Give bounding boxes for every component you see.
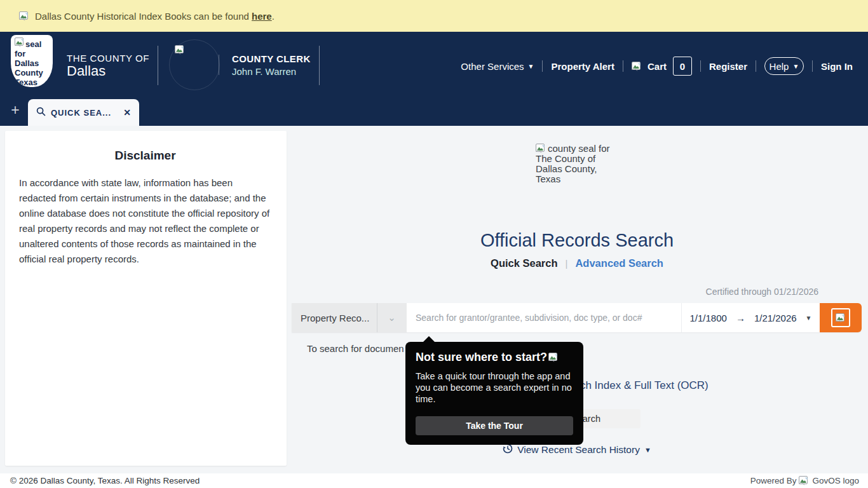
broken-image-icon bbox=[799, 476, 810, 485]
broken-image-frame bbox=[831, 308, 850, 327]
county-seal-image-placeholder: county seal for The County of Dallas Cou… bbox=[536, 144, 616, 184]
header-divider bbox=[319, 46, 320, 85]
property-alert-link[interactable]: Property Alert bbox=[551, 61, 614, 72]
clerk-name: John F. Warren bbox=[232, 66, 296, 77]
broken-image-icon bbox=[175, 45, 186, 55]
recent-history-label: View Recent Search History bbox=[517, 444, 640, 456]
broken-image-icon bbox=[19, 11, 30, 21]
county-of-label: THE COUNTY OF bbox=[67, 53, 149, 64]
mode-divider: | bbox=[566, 258, 568, 269]
close-tab-icon[interactable]: ✕ bbox=[123, 107, 131, 118]
official-records-search-page: Dallas County Historical Index Books can… bbox=[0, 0, 868, 488]
search-hint-text: To search for documen bbox=[307, 343, 404, 354]
broken-image-icon bbox=[15, 37, 25, 47]
tour-tooltip: Not sure where to start? Take a quick to… bbox=[405, 342, 583, 445]
chevron-down-icon: ▼ bbox=[792, 63, 799, 70]
search-submit-button[interactable] bbox=[820, 303, 862, 332]
tooltip-body: Take a quick tour through the app and yo… bbox=[416, 370, 573, 405]
record-category-dropdown[interactable]: Property Reco... ⌄ bbox=[292, 303, 407, 332]
nav-divider bbox=[542, 60, 543, 72]
broken-image-icon bbox=[536, 144, 546, 153]
chevron-down-icon: ▼ bbox=[644, 446, 651, 454]
cart-link[interactable]: Cart 0 bbox=[632, 57, 692, 76]
clerk-seal-placeholder bbox=[169, 39, 220, 90]
search-icon bbox=[36, 107, 46, 119]
sign-in-link[interactable]: Sign In bbox=[821, 61, 853, 72]
search-mode-switcher: Quick Search | Advanced Search bbox=[291, 257, 863, 269]
help-label: Help bbox=[770, 61, 789, 72]
disclaimer-panel: Disclaimer In accordance with state law,… bbox=[5, 131, 287, 466]
nav-divider bbox=[623, 60, 623, 72]
chevron-down-icon: ⌄ bbox=[377, 303, 406, 332]
nav-divider bbox=[700, 60, 701, 72]
powered-by: Powered By GovOS logo bbox=[750, 476, 859, 485]
powered-by-label: Powered By bbox=[750, 476, 797, 485]
register-link[interactable]: Register bbox=[709, 61, 747, 72]
broken-image-icon bbox=[836, 313, 846, 323]
footer: © 2026 Dallas County, Texas. All Rights … bbox=[0, 473, 868, 488]
historical-index-banner: Dallas County Historical Index Books can… bbox=[0, 0, 868, 32]
banner-message: Dallas County Historical Index Books can… bbox=[35, 11, 249, 22]
cart-icon bbox=[632, 62, 642, 71]
take-the-tour-button[interactable]: Take the Tour bbox=[416, 416, 573, 435]
cart-count-badge: 0 bbox=[673, 57, 692, 76]
other-services-menu[interactable]: Other Services▼ bbox=[461, 61, 534, 72]
certified-through-label: Certified through 01/21/2026 bbox=[706, 287, 818, 297]
record-category-value: Property Reco... bbox=[292, 313, 377, 323]
date-from-value: 1/1/1800 bbox=[689, 313, 726, 323]
banner-suffix: . bbox=[272, 11, 275, 22]
disclaimer-body: In accordance with state law, informatio… bbox=[19, 175, 271, 267]
view-recent-search-history[interactable]: View Recent Search History ▼ bbox=[291, 444, 863, 456]
content-area: Disclaimer In accordance with state law,… bbox=[0, 126, 868, 473]
nav-divider bbox=[756, 60, 756, 72]
copyright-text: © 2026 Dallas County, Texas. All Rights … bbox=[10, 476, 200, 485]
tab-quick-search[interactable]: QUICK SEA... ✕ bbox=[28, 99, 139, 126]
clerk-title: COUNTY CLERK bbox=[232, 53, 311, 64]
date-range-picker[interactable]: 1/1/1800 → 1/21/2026 ▼ bbox=[681, 303, 820, 332]
tab-label: QUICK SEA... bbox=[51, 108, 111, 118]
arrow-right-icon: → bbox=[736, 313, 745, 323]
tab-quick-search-mode[interactable]: Quick Search bbox=[491, 257, 557, 269]
cart-label: Cart bbox=[648, 61, 667, 72]
chevron-down-icon: ▼ bbox=[806, 315, 812, 322]
govos-logo-alt-text: GovOS logo bbox=[812, 476, 859, 485]
search-bar: Property Reco... ⌄ 1/1/1800 → 1/21/2026 … bbox=[292, 303, 862, 332]
chevron-down-icon: ▼ bbox=[528, 63, 534, 70]
history-icon bbox=[503, 444, 513, 456]
top-navigation: Other Services▼ Property Alert Cart 0 Re… bbox=[461, 56, 853, 76]
tooltip-title-text: Not sure where to start? bbox=[416, 351, 547, 363]
add-tab-button[interactable]: + bbox=[8, 103, 22, 118]
help-menu[interactable]: Help▼ bbox=[764, 57, 804, 75]
other-services-label: Other Services bbox=[461, 61, 524, 72]
county-seal-alt-text: county seal for The County of Dallas Cou… bbox=[536, 143, 610, 184]
header: seal for Dallas County Texas THE COUNTY … bbox=[0, 32, 868, 126]
banner-text: Dallas County Historical Index Books can… bbox=[35, 11, 275, 22]
page-title: Official Records Search bbox=[291, 230, 863, 251]
disclaimer-title: Disclaimer bbox=[19, 149, 271, 163]
county-name: Dallas bbox=[67, 63, 105, 79]
nav-divider bbox=[812, 60, 813, 72]
search-input[interactable] bbox=[407, 303, 681, 332]
header-divider bbox=[158, 46, 158, 85]
header-divider bbox=[219, 55, 219, 75]
broken-image-icon bbox=[548, 353, 559, 362]
tab-advanced-search-mode[interactable]: Advanced Search bbox=[575, 257, 663, 269]
county-seal-placeholder: seal for Dallas County Texas bbox=[11, 35, 53, 87]
tooltip-title: Not sure where to start? bbox=[416, 351, 573, 364]
date-to-value: 1/21/2026 bbox=[754, 313, 797, 323]
here-link[interactable]: here bbox=[252, 11, 272, 22]
